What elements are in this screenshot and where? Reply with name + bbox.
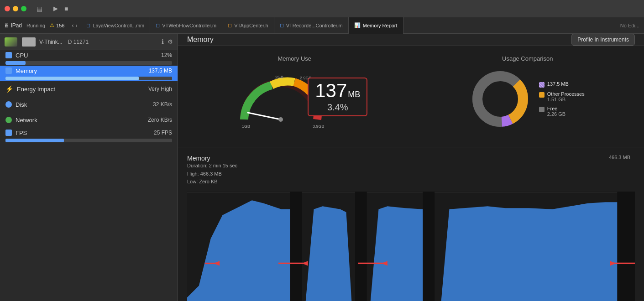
gauge-container: 1GB 2GB 2.9GB 3.9GB 137 MB 3.4% [235,69,354,138]
memory-panels: Memory Use [178,46,644,147]
stop-icon[interactable]: ■ [64,5,68,12]
app-thumbnail-2 [22,37,36,47]
gauge-display: 137 MB 3.4% [308,78,367,116]
titlebar-icons: ▤ ▶ ■ [37,5,68,12]
gauge-title: Memory Use [277,55,311,62]
device-name: iPad [11,22,22,29]
tab-icon-layaviewcontroller: ◻ [86,22,90,28]
fps-value: 25 FPS [154,130,172,136]
svg-text:3.9GB: 3.9GB [313,124,325,129]
chart-meta: Duration: 2 min 15 sec High: 466.3 MB Lo… [187,162,237,186]
memory-chart-section: Memory Duration: 2 min 15 sec High: 466.… [178,147,644,301]
cpu-progress-fill [5,61,26,65]
warning-count: 156 [56,23,64,28]
sidebar-item-memory[interactable]: Memory 137.5 MB [0,66,178,81]
svg-text:1GB: 1GB [242,124,250,129]
tabbar-nav: 🖥 iPad Running ⚠ 156 ‹ › [0,22,81,29]
free-swatch [539,107,545,112]
svg-rect-15 [423,192,435,301]
tab-label-vtrecorder: VTRecorde...Controller.m [286,23,343,28]
tab-label-vtappcenter: VTAppCenter.h [234,23,268,28]
donut-legend: 137.5 MB Other Processes 1.51 GB [539,81,585,117]
tab-vtappcenter[interactable]: ◻ VTAppCenter.h [222,17,274,34]
back-icon[interactable]: ‹ [72,22,73,29]
legend-item-other: Other Processes 1.51 GB [539,91,585,102]
settings-icon[interactable]: ⚙ [168,38,173,45]
tabbar: 🖥 iPad Running ⚠ 156 ‹ › ◻ LayaViewContr… [0,17,644,34]
donut-row: 137.5 MB Other Processes 1.51 GB [471,69,585,129]
tab-vtrecorder[interactable]: ◻ VTRecorde...Controller.m [274,17,349,34]
fps-icon [5,130,12,136]
network-value: Zero KB/s [148,117,172,123]
sidebar-toggle-icon[interactable]: ▤ [37,5,42,12]
sidebar-item-cpu[interactable]: CPU 12% [0,50,178,66]
other-processes-swatch [539,92,545,98]
legend-free-label: Free [547,106,565,111]
chart-area [187,192,635,301]
tab-icon-vtappcenter: ◻ [228,22,232,28]
memory-progress-bar [5,77,172,80]
gauge-percent: 3.4% [315,102,360,113]
svg-point-1 [278,117,283,122]
app-thumbnail [5,37,17,47]
profile-instruments-button[interactable]: Profile in Instruments [571,34,635,46]
minimize-button[interactable] [13,6,18,11]
tab-label-memoryreport: Memory Report [363,23,398,28]
fps-progress-bar [5,139,172,142]
maximize-button[interactable] [21,6,26,11]
network-label: Network [16,117,37,124]
sidebar-item-disk[interactable]: Disk 32 KB/s [0,97,178,112]
sidebar-item-network[interactable]: Network Zero KB/s [0,112,178,128]
cpu-progress-bar [5,61,172,65]
info-icon[interactable]: ℹ [162,38,164,45]
current-app-swatch [539,82,545,88]
tab-label-vtwebflow: VTWebFlowController.m [162,23,216,28]
content-area: Memory Profile in Instruments Memory Use [178,34,644,301]
memory-label: Memory [16,67,37,74]
donut-panel: Usage Comparison [420,55,635,138]
energy-label: Energy Impact [17,86,55,93]
no-edit-label: No Edi... [616,23,644,28]
fps-label: FPS [16,130,27,136]
sidebar-app-id: D 11271 [68,39,89,45]
donut-svg [471,69,530,129]
warning-icon: ⚠ [50,22,54,28]
tab-label-layaviewcontroller: LayaViewControll...mm [93,23,144,28]
tab-layaviewcontroller[interactable]: ◻ LayaViewControll...mm [81,17,150,34]
content-header: Memory Profile in Instruments [178,34,644,46]
tab-icon-vtwebflow: ◻ [156,22,160,28]
sidebar: V-Think... D 11271 ℹ ⚙ CPU 12% Memory 13… [0,34,178,301]
sidebar-item-fps[interactable]: FPS 25 FPS [0,128,178,143]
traffic-lights [5,6,26,11]
legend-item-current: 137.5 MB [539,81,585,88]
app-icon: 🖥 [4,22,9,29]
sidebar-item-energy[interactable]: ⚡ Energy Impact Very High [0,81,178,97]
legend-other-sub: 1.51 GB [547,97,585,102]
svg-line-0 [248,113,281,119]
memory-value: 137.5 MB [149,67,172,74]
disk-value: 32 KB/s [153,101,172,108]
svg-marker-12 [187,200,635,301]
forward-icon[interactable]: › [75,22,77,29]
memory-progress-fill [5,77,139,80]
tab-icon-memoryreport: 📊 [354,22,361,28]
main-layout: V-Think... D 11271 ℹ ⚙ CPU 12% Memory 13… [0,34,644,301]
donut-title: Usage Comparison [502,55,553,62]
disk-icon [5,101,12,108]
svg-rect-16 [617,192,635,301]
chart-low: Low: Zero KB [187,178,237,186]
cpu-label: CPU [16,52,28,59]
content-title: Memory [187,36,214,44]
chart-duration: Duration: 2 min 15 sec [187,162,237,170]
chart-high: High: 466.3 MB [187,170,237,178]
svg-text:2GB: 2GB [275,75,283,79]
sidebar-header-icons: ℹ ⚙ [162,38,173,45]
tab-memoryreport[interactable]: 📊 Memory Report [349,17,403,34]
gauge-value: 137 [315,81,347,100]
tab-vtwebflowcontroller[interactable]: ◻ VTWebFlowController.m [150,17,222,34]
network-icon [5,117,12,123]
play-icon[interactable]: ▶ [53,5,58,12]
chart-title: Memory [187,155,237,162]
gauge-unit: MB [348,90,360,99]
close-button[interactable] [5,6,10,11]
